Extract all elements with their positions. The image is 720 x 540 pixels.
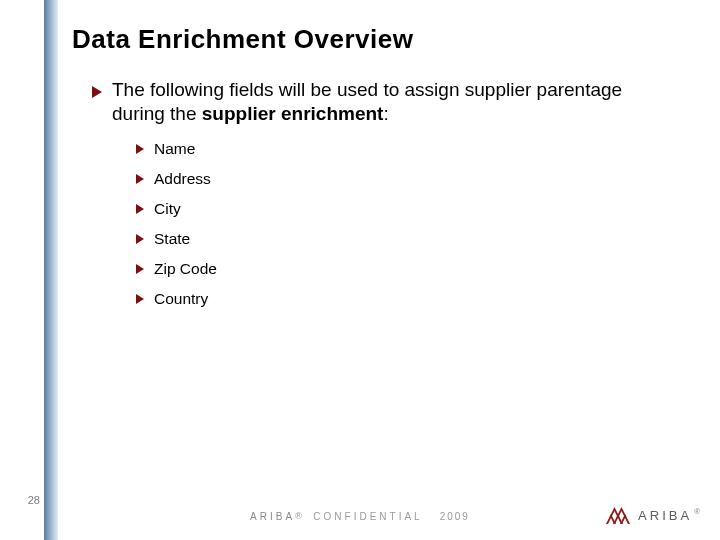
svg-marker-0: [92, 86, 102, 98]
lead-text: The following fields will be used to ass…: [112, 78, 680, 126]
footer-brand: ARIBA: [250, 511, 295, 522]
list-item-label: Name: [154, 140, 195, 158]
list-item: Name: [136, 140, 680, 158]
footer-reg: ®: [295, 511, 302, 521]
list-item: City: [136, 200, 680, 218]
page-number: 28: [22, 494, 40, 506]
triangle-bullet-icon: [136, 200, 144, 218]
list-item-label: Zip Code: [154, 260, 217, 278]
svg-marker-1: [136, 144, 144, 154]
svg-marker-2: [136, 174, 144, 184]
list-item-label: State: [154, 230, 190, 248]
lead-bullet-row: The following fields will be used to ass…: [92, 78, 680, 126]
triangle-bullet-icon: [92, 84, 102, 102]
footer-year: 2009: [440, 511, 470, 522]
triangle-bullet-icon: [136, 260, 144, 278]
list-item: State: [136, 230, 680, 248]
list-item: Address: [136, 170, 680, 188]
slide-body: The following fields will be used to ass…: [92, 78, 680, 320]
left-accent-bar: [44, 0, 58, 540]
logo-reg: ®: [694, 507, 700, 516]
list-item: Country: [136, 290, 680, 308]
triangle-bullet-icon: [136, 290, 144, 308]
brand-logo: ARIBA®: [602, 504, 700, 526]
ariba-logo-icon: [602, 504, 632, 526]
lead-bold: supplier enrichment: [202, 103, 384, 124]
list-item-label: Address: [154, 170, 211, 188]
logo-text: ARIBA: [638, 508, 692, 523]
triangle-bullet-icon: [136, 230, 144, 248]
triangle-bullet-icon: [136, 140, 144, 158]
svg-marker-11: [617, 507, 627, 517]
svg-marker-5: [136, 264, 144, 274]
footer-confidential: CONFIDENTIAL: [313, 511, 422, 522]
svg-marker-6: [136, 294, 144, 304]
list-item-label: City: [154, 200, 181, 218]
list-item-label: Country: [154, 290, 208, 308]
svg-marker-3: [136, 204, 144, 214]
lead-suffix: :: [383, 103, 388, 124]
list-item: Zip Code: [136, 260, 680, 278]
logo-text-wrap: ARIBA®: [638, 506, 700, 524]
triangle-bullet-icon: [136, 170, 144, 188]
sub-list: Name Address City State Zip Code Country: [136, 140, 680, 308]
slide: Data Enrichment Overview The following f…: [0, 0, 720, 540]
svg-marker-4: [136, 234, 144, 244]
slide-title: Data Enrichment Overview: [72, 24, 413, 55]
